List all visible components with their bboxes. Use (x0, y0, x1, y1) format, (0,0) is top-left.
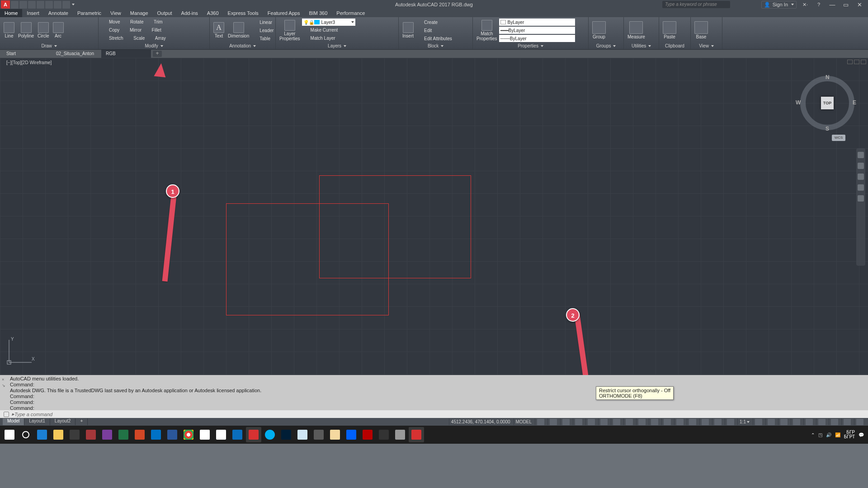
explorer-icon[interactable] (51, 427, 66, 442)
dropbox-icon[interactable] (344, 427, 359, 442)
tab-performance[interactable]: Performance (332, 9, 369, 17)
qat-undo-icon[interactable] (54, 1, 61, 9)
status-coords[interactable]: 4512.2436, 470.1404, 0.0000 (449, 418, 512, 425)
qat-dropdown-icon[interactable] (72, 4, 75, 5)
match-layer-button[interactable]: Match Layer (302, 34, 396, 42)
skype-icon[interactable] (262, 427, 278, 442)
layer-properties-button[interactable]: Layer Properties (278, 20, 302, 41)
make-current-button[interactable]: Make Current (302, 26, 396, 34)
nav-wheel-icon[interactable] (858, 152, 864, 158)
tray-sound-icon[interactable]: 🔊 (826, 432, 831, 437)
tab-parametric[interactable]: Parametric (73, 9, 106, 17)
layout-1[interactable]: Layout1 (24, 418, 50, 425)
status-grid-icon[interactable] (537, 419, 544, 425)
sticky-icon[interactable] (295, 427, 310, 442)
nav-pan-icon[interactable] (858, 163, 864, 169)
color-combo[interactable]: ByLayer (499, 19, 575, 26)
vp-max-icon[interactable] (854, 60, 859, 64)
layout-model[interactable]: Model (3, 418, 24, 425)
tab-addins[interactable]: Add-ins (177, 9, 203, 17)
access-icon[interactable] (83, 427, 99, 442)
stretch-icon[interactable] (101, 35, 108, 41)
status-infer-icon[interactable] (562, 419, 570, 425)
group-button[interactable]: Group (590, 21, 608, 39)
array-icon[interactable] (147, 35, 154, 41)
nav-orbit-icon[interactable] (858, 184, 864, 191)
tray-action-icon[interactable]: ◳ (818, 432, 822, 437)
cmdhist-close-icon[interactable]: ×↘ (2, 377, 5, 389)
autocad-running-icon[interactable] (409, 427, 424, 442)
status-gizmo-icon[interactable] (727, 419, 734, 425)
misc-icon[interactable] (392, 427, 408, 442)
status-3dosnap-icon[interactable] (638, 419, 646, 425)
signin-button[interactable]: 👤 Sign In (761, 1, 797, 9)
trim-icon[interactable] (146, 19, 152, 25)
layer-combo[interactable]: 💡🔒 Layer3 (302, 19, 355, 26)
status-qp-icon[interactable] (793, 419, 800, 425)
tab-bim360[interactable]: BIM 360 (304, 9, 332, 17)
status-dyninput-icon[interactable] (575, 419, 582, 425)
powerpoint-icon[interactable] (132, 427, 147, 442)
filezilla-icon[interactable] (360, 427, 375, 442)
edit-attributes-button[interactable]: Edit Attributes (415, 34, 453, 42)
tab-manage[interactable]: Manage (126, 9, 153, 17)
outlook-icon[interactable] (148, 427, 164, 442)
circle-button[interactable]: Circle (36, 22, 51, 38)
panel-layers-caption[interactable]: Layers (328, 43, 341, 48)
status-otrack-icon[interactable] (651, 419, 658, 425)
status-lwt-icon[interactable] (664, 419, 671, 425)
lineweight-combo[interactable]: ━━━ ByLayer (499, 27, 575, 34)
tray-notifications-icon[interactable]: 💬 (859, 432, 864, 437)
status-polar-icon[interactable] (600, 419, 608, 425)
qat-new-icon[interactable] (11, 1, 19, 9)
tab-file-1[interactable]: 02_Situacia_Anton (52, 50, 101, 58)
panel-draw-caption[interactable]: Draw (41, 43, 52, 48)
tab-a360[interactable]: A360 (203, 9, 223, 17)
tab-featured[interactable]: Featured Apps (263, 9, 305, 17)
status-clean-icon[interactable] (844, 419, 851, 425)
help-search-input[interactable]: Type a keyword or phrase (662, 1, 730, 8)
tab-insert[interactable]: Insert (22, 9, 44, 17)
app-logo-icon[interactable]: A (1, 0, 10, 9)
panel-utilities-caption[interactable]: Utilities (632, 43, 646, 48)
status-isolate-icon[interactable] (818, 419, 826, 425)
status-ortho-icon[interactable] (588, 419, 595, 425)
window-minimize-icon[interactable]: — (827, 0, 837, 9)
dimension-button[interactable]: Dimension (226, 22, 251, 38)
nav-showmotion-icon[interactable] (858, 195, 864, 202)
view-cube[interactable]: TOP N S E W (800, 76, 854, 130)
status-ws-icon[interactable] (768, 419, 775, 425)
command-history[interactable]: ×↘ AutoCAD menu utilities loaded. Comman… (0, 375, 868, 410)
tab-home[interactable]: Home (0, 9, 22, 17)
cortana-icon[interactable] (18, 427, 33, 442)
start-button[interactable] (2, 427, 17, 442)
paste-button[interactable]: Paste (661, 21, 678, 39)
edit-block-button[interactable]: Edit (415, 26, 453, 34)
scale-icon[interactable] (126, 35, 132, 41)
viewcube-face[interactable]: TOP (821, 97, 834, 109)
rotate-icon[interactable] (123, 19, 129, 25)
viewport-controls[interactable]: [−][Top][2D Wireframe] (6, 60, 52, 65)
qat-plot-icon[interactable] (45, 1, 53, 9)
reader-icon[interactable] (197, 427, 212, 442)
status-transparency-icon[interactable] (676, 419, 684, 425)
help-icon[interactable]: ? (814, 0, 824, 9)
window-restore-icon[interactable]: ▭ (841, 0, 851, 9)
notepad-icon[interactable] (213, 427, 229, 442)
fillet-icon[interactable] (144, 27, 151, 33)
status-scale-combo[interactable]: 1:1 (737, 418, 751, 425)
status-ducs-icon[interactable] (714, 419, 722, 425)
measure-button[interactable]: Measure (626, 21, 647, 39)
store-icon[interactable] (67, 427, 82, 442)
status-iso-icon[interactable] (613, 419, 620, 425)
table-button[interactable]: Table (251, 34, 274, 42)
teamviewer-icon[interactable] (230, 427, 245, 442)
copy-icon[interactable] (101, 27, 108, 33)
wcs-badge[interactable]: WCS (832, 135, 845, 141)
vp-close-icon[interactable] (861, 60, 866, 64)
linetype-combo[interactable]: ─── ByLayer (499, 35, 575, 42)
tray-lang2[interactable]: БГРТ (844, 435, 855, 439)
status-snap-icon[interactable] (550, 419, 557, 425)
match-properties-button[interactable]: Match Properties (475, 20, 499, 41)
mirror-icon[interactable] (122, 27, 128, 33)
